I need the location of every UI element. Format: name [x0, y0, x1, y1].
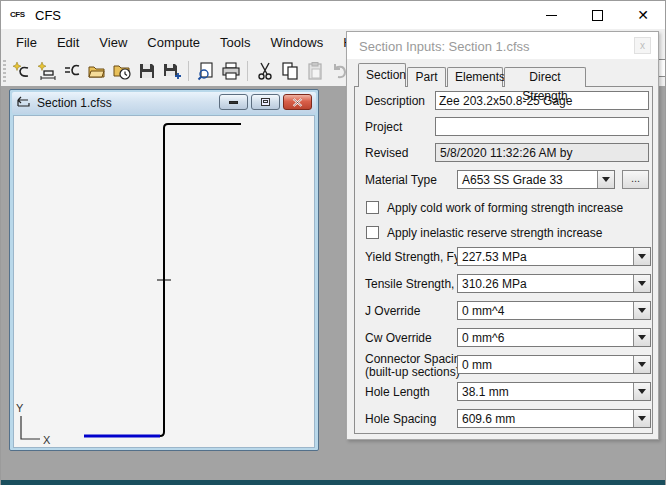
- section-file-icon: [16, 96, 32, 110]
- open-icon: [87, 61, 107, 81]
- hole-length-label: Hole Length: [365, 385, 430, 399]
- connector-spacing-dropdown-arrow-icon[interactable]: [633, 356, 650, 373]
- tensile-strength-dropdown-arrow-icon[interactable]: [633, 275, 650, 292]
- hole-length-dropdown-arrow-icon[interactable]: [633, 383, 650, 400]
- cut-button[interactable]: [253, 60, 276, 83]
- save-as-button[interactable]: [160, 60, 183, 83]
- open-button[interactable]: [85, 60, 108, 83]
- new-member-icon: [37, 61, 57, 81]
- menu-compute[interactable]: Compute: [137, 29, 210, 56]
- save-button[interactable]: [135, 60, 158, 83]
- cut-icon: [255, 61, 275, 81]
- menu-view[interactable]: View: [89, 29, 137, 56]
- print-preview-button[interactable]: [194, 60, 217, 83]
- close-button[interactable]: ✕: [620, 1, 666, 29]
- copy-button[interactable]: [278, 60, 301, 83]
- connector-spacing-label: Connector Spacing: [365, 352, 467, 366]
- project-label: Project: [365, 120, 402, 134]
- revised-label: Revised: [365, 146, 408, 160]
- maximize-icon: [592, 10, 603, 21]
- tensile-strength-label: Tensile Strength, Fu: [365, 277, 472, 291]
- menu-tools[interactable]: Tools: [210, 29, 260, 56]
- menu-file[interactable]: File: [6, 29, 47, 56]
- cold-work-checkbox-label: Apply cold work of forming strength incr…: [387, 201, 623, 215]
- paste-button[interactable]: [303, 60, 326, 83]
- toolbar-separator: [247, 61, 248, 81]
- save-icon: [137, 61, 157, 81]
- axis-x-label: X: [43, 434, 51, 446]
- material-type-dropdown-arrow-icon[interactable]: [597, 171, 614, 188]
- child-restore-button[interactable]: [251, 94, 280, 110]
- dialog-title: Section Inputs: Section 1.cfss: [359, 39, 530, 54]
- j-override-combobox[interactable]: 0 mm^4: [457, 301, 651, 320]
- cw-override-label: Cw Override: [365, 331, 432, 345]
- section-inputs-dialog: Section Inputs: Section 1.cfss x Section…: [346, 31, 659, 440]
- cw-override-dropdown-arrow-icon[interactable]: [633, 329, 650, 346]
- cw-override-value: 0 mm^6: [458, 329, 633, 346]
- print-button[interactable]: [219, 60, 242, 83]
- dialog-close-button[interactable]: x: [634, 37, 651, 54]
- j-override-label: J Override: [365, 304, 420, 318]
- dialog-titlebar[interactable]: Section Inputs: Section 1.cfss x: [347, 32, 658, 59]
- connector-spacing-combobox[interactable]: 0 mm: [457, 355, 651, 374]
- inelastic-reserve-checkbox-label: Apply inelastic reserve strength increas…: [387, 226, 602, 240]
- material-type-value: A653 SS Grade 33: [458, 171, 597, 188]
- yield-strength-dropdown-arrow-icon[interactable]: [633, 248, 650, 265]
- yield-strength-combobox[interactable]: 227.53 MPa: [457, 247, 651, 266]
- minimize-button[interactable]: [528, 1, 574, 29]
- revised-value: 5/8/2020 11:32:26 AM by: [435, 143, 649, 162]
- material-type-label: Material Type: [365, 173, 437, 187]
- cold-work-checkbox[interactable]: [366, 201, 379, 214]
- new-member-button[interactable]: [35, 60, 58, 83]
- dialog-close-icon: x: [640, 40, 645, 51]
- minimize-icon: [546, 15, 557, 16]
- material-type-combobox[interactable]: A653 SS Grade 33: [457, 170, 615, 189]
- new-section-icon: [12, 61, 32, 81]
- inelastic-reserve-checkbox[interactable]: [366, 226, 379, 239]
- hole-spacing-value: 609.6 mm: [458, 410, 633, 427]
- section-drawing: Y X: [14, 116, 314, 447]
- cw-override-combobox[interactable]: 0 mm^6: [457, 328, 651, 347]
- paste-icon: [305, 61, 325, 81]
- save-as-icon: [162, 61, 182, 81]
- child-close-icon: [292, 98, 303, 107]
- tab-section[interactable]: Section: [358, 63, 406, 87]
- cfs-app-icon: CFS: [10, 7, 28, 23]
- close-icon: ✕: [637, 8, 649, 22]
- tab-elements[interactable]: Elements: [447, 67, 503, 87]
- title-bar: CFS CFS ✕: [1, 1, 665, 29]
- toolbar-grip[interactable]: [3, 60, 6, 82]
- yield-strength-value: 227.53 MPa: [458, 248, 633, 265]
- tensile-strength-value: 310.26 MPa: [458, 275, 633, 292]
- section-window-titlebar[interactable]: Section 1.cfss: [12, 92, 316, 114]
- section-drawing-canvas[interactable]: Y X: [13, 115, 315, 448]
- axis-lines: [21, 416, 40, 439]
- centroid-cross: [157, 273, 171, 287]
- new-section-button[interactable]: [10, 60, 33, 83]
- new-calc-icon: [62, 61, 82, 81]
- tab-direct-strength[interactable]: Direct Strength: [504, 67, 586, 87]
- project-input[interactable]: [435, 117, 649, 136]
- hole-spacing-label: Hole Spacing: [365, 412, 436, 426]
- child-restore-icon: [261, 98, 270, 106]
- zee-web-and-top-flange: [160, 124, 241, 436]
- open-recent-icon: [112, 61, 132, 81]
- j-override-dropdown-arrow-icon[interactable]: [633, 302, 650, 319]
- tensile-strength-combobox[interactable]: 310.26 MPa: [457, 274, 651, 293]
- hole-length-value: 38.1 mm: [458, 383, 633, 400]
- window-title: CFS: [35, 8, 61, 23]
- menu-edit[interactable]: Edit: [47, 29, 89, 56]
- hole-length-combobox[interactable]: 38.1 mm: [457, 382, 651, 401]
- child-close-button[interactable]: [283, 94, 312, 110]
- new-calc-button[interactable]: [60, 60, 83, 83]
- hole-spacing-dropdown-arrow-icon[interactable]: [633, 410, 650, 427]
- connector-spacing-label2: (built-up sections): [365, 365, 460, 379]
- hole-spacing-combobox[interactable]: 609.6 mm: [457, 409, 651, 428]
- material-more-button[interactable]: ...: [622, 170, 649, 189]
- menu-windows[interactable]: Windows: [260, 29, 333, 56]
- open-recent-button[interactable]: [110, 60, 133, 83]
- child-minimize-button[interactable]: [219, 94, 248, 110]
- maximize-button[interactable]: [574, 1, 620, 29]
- j-override-value: 0 mm^4: [458, 302, 633, 319]
- tab-part[interactable]: Part: [407, 67, 446, 87]
